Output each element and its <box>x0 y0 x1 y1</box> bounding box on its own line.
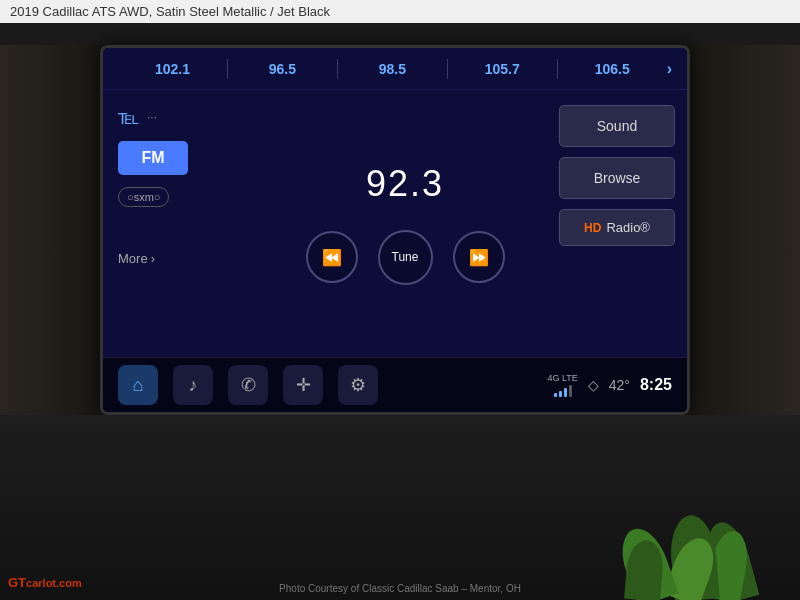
music-icon: ♪ <box>189 375 198 396</box>
hd-radio-button[interactable]: HD Radio® <box>559 209 675 246</box>
signal-bars <box>554 385 572 397</box>
preset-bar: 102.1 96.5 98.5 105.7 106.5 › <box>103 48 687 90</box>
navigation-icon: ✛ <box>296 374 311 396</box>
gtcarlot-logo: GTcarlot.com <box>8 574 82 590</box>
sxm-logo[interactable]: ○sxm○ <box>118 187 169 207</box>
plants-decoration <box>590 510 770 600</box>
main-content-area: ℡ ··· FM ○sxm○ More › 92.3 ⏪ Tune ⏩ <box>103 90 687 357</box>
status-info-area: 4G LTE ◇ 42° 8:25 <box>547 373 672 397</box>
right-car-panel <box>690 45 800 465</box>
preset-1[interactable]: 102.1 <box>118 61 227 77</box>
preset-3[interactable]: 98.5 <box>338 61 447 77</box>
tune-button[interactable]: Tune <box>378 230 433 285</box>
prev-button[interactable]: ⏪ <box>306 231 358 283</box>
phone-icon: ✆ <box>241 374 256 396</box>
left-car-panel <box>0 45 100 465</box>
home-icon: ⌂ <box>133 375 144 396</box>
phone-button[interactable]: ✆ <box>228 365 268 405</box>
logo-subtext: carlot.com <box>26 577 82 589</box>
bluetooth-dots: ··· <box>147 110 157 124</box>
more-arrow-icon: › <box>151 251 155 266</box>
settings-button[interactable]: ⚙ <box>338 365 378 405</box>
preset-arrow[interactable]: › <box>667 60 672 78</box>
location-icon: ◇ <box>588 377 599 393</box>
sxm-label: ○sxm○ <box>127 191 160 203</box>
time-display: 8:25 <box>640 376 672 394</box>
more-button[interactable]: More › <box>118 251 248 266</box>
next-button[interactable]: ⏩ <box>453 231 505 283</box>
frequency-display: 92.3 <box>366 163 444 205</box>
bluetooth-icon: ℡ <box>118 105 139 129</box>
music-button[interactable]: ♪ <box>173 365 213 405</box>
lte-label: 4G LTE <box>547 373 577 383</box>
hd-logo: HD <box>584 221 601 235</box>
next-icon: ⏩ <box>469 248 489 267</box>
photo-credit-text: Photo Courtesy of Classic Cadillac Saab … <box>279 583 521 594</box>
browse-button[interactable]: Browse <box>559 157 675 199</box>
logo-text: GT <box>8 575 26 590</box>
preset-5[interactable]: 106.5 <box>558 61 667 77</box>
preset-2[interactable]: 96.5 <box>228 61 337 77</box>
more-label: More <box>118 251 148 266</box>
nav-button[interactable]: ✛ <box>283 365 323 405</box>
title-bar: 2019 Cadillac ATS AWD, Satin Steel Metal… <box>0 0 800 23</box>
playback-controls: ⏪ Tune ⏩ <box>306 230 505 285</box>
gear-icon: ⚙ <box>350 374 366 396</box>
infotainment-screen: 102.1 96.5 98.5 105.7 106.5 › ℡ ··· FM ○… <box>100 45 690 415</box>
radio-label: Radio® <box>606 220 650 235</box>
right-panel: Sound Browse HD Radio® <box>547 90 687 357</box>
preset-4[interactable]: 105.7 <box>448 61 557 77</box>
prev-icon: ⏪ <box>322 248 342 267</box>
bar-4 <box>569 385 572 397</box>
lte-area: 4G LTE <box>547 373 577 397</box>
temperature-display: 42° <box>609 377 630 393</box>
bar-2 <box>559 391 562 397</box>
sound-button[interactable]: Sound <box>559 105 675 147</box>
car-title: 2019 Cadillac ATS AWD, Satin Steel Metal… <box>10 4 330 19</box>
home-button[interactable]: ⌂ <box>118 365 158 405</box>
left-panel: ℡ ··· FM ○sxm○ More › <box>103 90 263 357</box>
bar-1 <box>554 393 557 397</box>
photo-credit-area: Photo Courtesy of Classic Cadillac Saab … <box>279 578 521 596</box>
bar-3 <box>564 388 567 397</box>
bluetooth-row: ℡ ··· <box>118 105 248 129</box>
status-bar: ⌂ ♪ ✆ ✛ ⚙ 4G LTE ◇ 42° <box>103 357 687 412</box>
fm-button[interactable]: FM <box>118 141 188 175</box>
center-panel: 92.3 ⏪ Tune ⏩ <box>263 90 547 357</box>
